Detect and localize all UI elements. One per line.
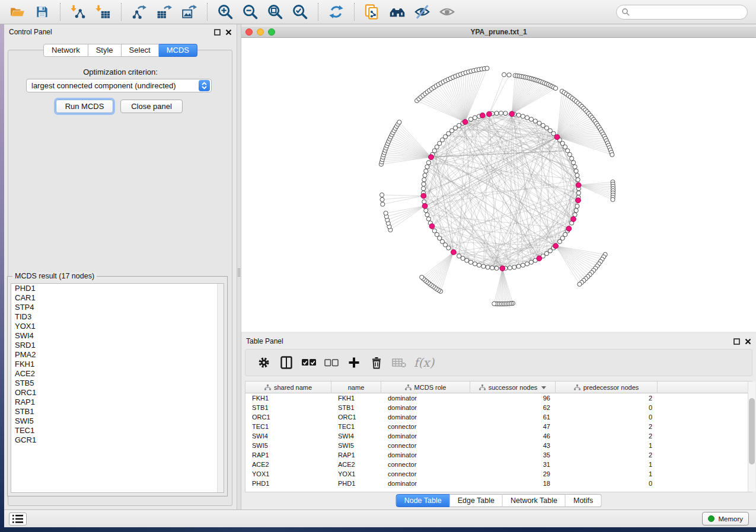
close-panel-button[interactable]: Close panel: [120, 100, 183, 113]
network-node[interactable]: [425, 165, 429, 169]
network-node[interactable]: [508, 266, 512, 270]
table-scrollbar-thumb[interactable]: [749, 398, 755, 464]
zoom-fit-icon[interactable]: [266, 3, 284, 21]
mcds-hub-node[interactable]: [576, 182, 581, 188]
table-row[interactable]: SWI4SWI4dominator462: [245, 431, 752, 441]
network-node[interactable]: [573, 165, 577, 169]
network-node[interactable]: [529, 260, 533, 264]
network-node[interactable]: [420, 275, 424, 279]
export-table-icon[interactable]: [155, 3, 173, 21]
network-node[interactable]: [516, 264, 521, 268]
first-neighbors-icon[interactable]: [388, 3, 406, 21]
mcds-result-item[interactable]: ACE2: [11, 369, 224, 379]
network-node[interactable]: [468, 117, 473, 121]
network-node[interactable]: [574, 209, 578, 213]
mcds-hub-node[interactable]: [429, 155, 434, 160]
search-box[interactable]: [616, 5, 748, 20]
select-all-checkboxes-icon[interactable]: [300, 354, 318, 371]
mcds-result-item[interactable]: SRD1: [11, 341, 224, 350]
network-node[interactable]: [529, 117, 533, 121]
mcds-hub-node[interactable]: [554, 134, 560, 140]
network-node[interactable]: [486, 265, 490, 269]
column-header-MCDS-role[interactable]: MCDS role: [381, 382, 470, 393]
mcds-result-item[interactable]: GCR1: [11, 435, 224, 445]
show-column-icon[interactable]: [277, 354, 295, 371]
mcds-result-item[interactable]: STB1: [11, 407, 224, 416]
tab-select[interactable]: Select: [122, 44, 159, 57]
mcds-hub-node[interactable]: [500, 266, 505, 271]
network-node[interactable]: [575, 204, 579, 208]
column-settings-gear-icon[interactable]: [255, 354, 273, 371]
network-canvas[interactable]: [241, 38, 756, 332]
network-node[interactable]: [499, 111, 503, 115]
network-node[interactable]: [426, 161, 430, 165]
node-table[interactable]: shared namenameMCDS rolesuccessor nodesp…: [245, 381, 752, 492]
network-node[interactable]: [380, 193, 384, 197]
tab-network[interactable]: Network: [43, 44, 88, 57]
mcds-hub-node[interactable]: [487, 111, 492, 117]
network-node[interactable]: [566, 149, 570, 153]
search-input[interactable]: [630, 7, 742, 17]
network-node[interactable]: [473, 116, 477, 120]
network-node[interactable]: [521, 263, 525, 267]
network-node[interactable]: [468, 260, 473, 264]
network-node[interactable]: [424, 169, 428, 173]
network-node[interactable]: [424, 209, 428, 213]
network-node[interactable]: [570, 156, 574, 161]
network-node[interactable]: [533, 119, 537, 123]
new-network-from-selection-icon[interactable]: [363, 3, 381, 21]
network-node[interactable]: [557, 239, 562, 243]
network-node[interactable]: [465, 258, 469, 262]
mcds-hub-node[interactable]: [429, 223, 435, 229]
float-panel-icon[interactable]: [733, 338, 740, 345]
table-row[interactable]: ORC1ORC1dominator610: [245, 412, 752, 422]
zoom-selected-icon[interactable]: [291, 3, 309, 21]
mcds-result-item[interactable]: PHD1: [11, 284, 224, 293]
mcds-hub-node[interactable]: [509, 111, 515, 117]
network-node[interactable]: [426, 217, 430, 221]
mcds-hub-node[interactable]: [566, 226, 572, 232]
mcds-hub-node[interactable]: [422, 203, 428, 209]
mcds-hub-node[interactable]: [421, 193, 426, 198]
tab-node-table[interactable]: Node Table: [396, 494, 450, 507]
mcds-hub-node[interactable]: [480, 113, 485, 118]
mcds-result-item[interactable]: TEC1: [11, 426, 224, 435]
network-node[interactable]: [574, 169, 578, 173]
delete-column-icon[interactable]: [368, 354, 385, 371]
mcds-result-item[interactable]: SWI5: [11, 416, 224, 426]
network-node[interactable]: [397, 120, 401, 124]
task-history-button[interactable]: [9, 512, 27, 525]
column-header-predecessor-nodes[interactable]: predecessor nodes: [556, 382, 658, 393]
mcds-result-item[interactable]: CAR1: [11, 293, 224, 303]
splitter-grip[interactable]: [238, 268, 240, 277]
import-network-icon[interactable]: [69, 3, 87, 21]
network-node[interactable]: [421, 187, 425, 191]
deselect-all-checkboxes-icon[interactable]: [323, 354, 340, 371]
mcds-result-item[interactable]: SWI4: [11, 331, 224, 341]
network-node[interactable]: [495, 111, 499, 116]
network-node[interactable]: [477, 263, 481, 267]
network-node[interactable]: [384, 211, 388, 215]
float-panel-icon[interactable]: [214, 29, 221, 36]
network-node[interactable]: [380, 197, 384, 201]
zoom-in-icon[interactable]: [216, 3, 234, 21]
mcds-result-item[interactable]: YOX1: [11, 322, 224, 331]
network-node[interactable]: [495, 266, 499, 270]
close-panel-icon[interactable]: [745, 338, 751, 345]
table-row[interactable]: ACE2ACE2connector311: [245, 460, 752, 469]
tab-motifs[interactable]: Motifs: [566, 494, 601, 507]
network-node[interactable]: [521, 114, 525, 118]
network-node[interactable]: [611, 197, 615, 201]
table-row[interactable]: STB1STB1dominator620: [245, 403, 752, 412]
mcds-result-item[interactable]: STP4: [11, 303, 224, 312]
optimization-criterion-select[interactable]: largest connected component (undirected): [26, 79, 212, 92]
table-row[interactable]: SWI5SWI5connector431: [245, 441, 752, 450]
network-node[interactable]: [525, 262, 529, 266]
mcds-result-item[interactable]: ORC1: [11, 388, 224, 398]
vertical-splitter[interactable]: [237, 24, 241, 509]
network-node[interactable]: [485, 66, 489, 70]
mcds-result-item[interactable]: RAP1: [11, 398, 224, 407]
network-node[interactable]: [576, 178, 580, 182]
network-node[interactable]: [507, 73, 511, 77]
column-header-successor-nodes[interactable]: successor nodes: [470, 382, 556, 393]
